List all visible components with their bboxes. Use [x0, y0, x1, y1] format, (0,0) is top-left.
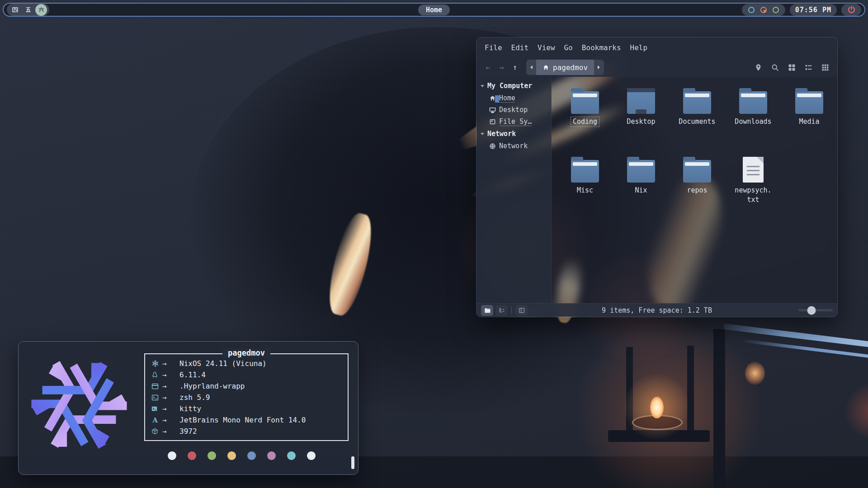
svg-text:A: A — [152, 417, 158, 424]
workspace-5[interactable] — [22, 4, 34, 16]
menu-help[interactable]: Help — [626, 42, 652, 54]
home-icon — [489, 95, 496, 102]
expander-icon[interactable] — [480, 131, 485, 136]
file-item-documents[interactable]: Documents — [669, 81, 725, 150]
file-view[interactable]: Coding Desktop Documents Downloads Media — [552, 77, 837, 303]
zoom-slider-track[interactable] — [798, 309, 833, 311]
menu-bar: File Edit View Go Bookmarks Help — [476, 38, 837, 58]
palette-dot — [307, 451, 316, 460]
list-view-icon[interactable] — [805, 64, 812, 71]
expander-icon[interactable] — [480, 84, 485, 88]
file-item-label: Nix — [633, 186, 649, 195]
file-item-downloads[interactable]: Downloads — [725, 81, 781, 150]
fetch-row-terminal: → kitty — [151, 403, 343, 414]
folder-icon — [683, 160, 711, 183]
terminal-window[interactable]: pagedmov → NixOS 24.11 (Vicuna) → 6.11.4 — [18, 341, 359, 475]
folder-icon — [571, 91, 599, 114]
network-globe-icon — [489, 143, 496, 150]
arrow-icon: → — [162, 382, 179, 390]
home-icon — [542, 64, 549, 71]
nixos-icon — [151, 360, 162, 367]
tree-pane-button[interactable] — [495, 305, 508, 316]
side-pane-toggle-button[interactable] — [515, 305, 528, 316]
places-pane-button[interactable] — [481, 305, 493, 316]
file-item-label: Coding — [571, 117, 599, 127]
workspaces-pill — [7, 4, 49, 16]
power-button[interactable] — [841, 4, 861, 16]
workspace-6-active[interactable] — [35, 4, 47, 16]
sidebar-item-home[interactable]: Home — [476, 92, 551, 104]
chevron-right-icon — [597, 65, 601, 70]
file-item-misc[interactable]: Misc — [557, 150, 613, 219]
shell-icon — [151, 394, 162, 401]
sidebar: My Computer Home Desktop File Sy… — [476, 77, 552, 303]
orange-record-icon[interactable] — [760, 6, 768, 14]
packages-cube-icon — [151, 428, 162, 435]
wallpaper-lantern-frame — [626, 347, 633, 437]
menu-view[interactable]: View — [533, 42, 560, 54]
sidebar-item-label: Home — [499, 94, 515, 102]
desktop-folder-icon — [627, 88, 655, 114]
file-item-nix[interactable]: Nix — [613, 150, 669, 219]
sidebar-item-network[interactable]: Network — [476, 140, 551, 152]
toolbar: ← → ↑ pagedmov — [476, 58, 837, 77]
sidebar-section-network[interactable]: Network — [476, 127, 551, 140]
menu-file[interactable]: File — [480, 42, 507, 54]
folder-icon — [683, 91, 711, 114]
palette-dot — [227, 451, 236, 460]
file-item-coding[interactable]: Coding — [557, 81, 613, 150]
clock-pill: 07:56 PM — [790, 4, 837, 16]
path-tab-home[interactable]: pagedmov — [536, 60, 594, 75]
arrow-icon: → — [162, 404, 179, 413]
terminal-scrollbar[interactable] — [351, 456, 354, 469]
forward-button[interactable]: → — [495, 63, 508, 72]
file-item-label: Downloads — [733, 117, 773, 127]
fetch-wm-value: .Hyprland-wrapp — [179, 382, 245, 390]
menu-edit[interactable]: Edit — [507, 42, 533, 54]
menu-bookmarks[interactable]: Bookmarks — [577, 42, 626, 54]
green-circle-icon[interactable] — [772, 6, 780, 14]
wallpaper-corner-glow — [845, 384, 868, 438]
path-scroll-right-button[interactable] — [594, 60, 604, 75]
file-grid: Coding Desktop Documents Downloads Media — [557, 81, 837, 219]
file-item-media[interactable]: Media — [781, 81, 837, 150]
file-item-newpsych-txt[interactable]: newpsych.txt — [725, 150, 781, 219]
teal-circle-icon[interactable] — [747, 6, 755, 14]
location-pin-icon[interactable] — [755, 64, 762, 71]
arrow-icon: → — [162, 416, 179, 424]
top-bar: Home 07:56 PM — [3, 3, 865, 17]
tray-pill — [742, 4, 785, 16]
back-button[interactable]: ← — [481, 63, 495, 72]
fetch-terminal-value: kitty — [179, 404, 201, 413]
zoom-slider-knob[interactable] — [807, 306, 816, 314]
menu-go[interactable]: Go — [560, 42, 577, 54]
sidebar-item-desktop[interactable]: Desktop — [476, 104, 551, 116]
power-icon — [847, 5, 856, 14]
workspace-4[interactable] — [9, 4, 21, 16]
sidebar-item-filesystem[interactable]: File Sy… — [476, 116, 551, 127]
fetch-shell-value: zsh 5.9 — [179, 393, 210, 402]
file-item-label: Desktop — [625, 117, 657, 127]
zoom-slider[interactable] — [798, 309, 833, 311]
fetch-row-wm: → .Hyprland-wrapp — [151, 380, 343, 392]
file-item-repos[interactable]: repos — [669, 150, 725, 219]
text-file-icon — [743, 157, 764, 183]
wallpaper-lantern-base — [608, 430, 710, 442]
path-scroll-left-button[interactable] — [526, 60, 536, 75]
fetch-row-kernel: → 6.11.4 — [151, 369, 343, 380]
palette-dot — [188, 451, 196, 460]
fetch-packages-value: 3972 — [179, 427, 197, 436]
wallpaper-hair-streak — [322, 210, 378, 319]
wallpaper-candle-glow — [574, 316, 764, 488]
search-icon[interactable] — [771, 64, 779, 71]
compact-view-icon[interactable] — [821, 64, 829, 71]
file-item-label: Misc — [575, 186, 595, 195]
file-item-desktop[interactable]: Desktop — [613, 81, 669, 150]
nixos-logo — [28, 353, 131, 456]
sidebar-section-label: My Computer — [487, 82, 532, 90]
up-button[interactable]: ↑ — [508, 63, 522, 72]
statusbar-separator — [511, 306, 512, 314]
sidebar-section-my-computer[interactable]: My Computer — [476, 80, 551, 92]
arrow-icon: → — [162, 427, 179, 436]
icon-view-icon[interactable] — [788, 64, 796, 71]
